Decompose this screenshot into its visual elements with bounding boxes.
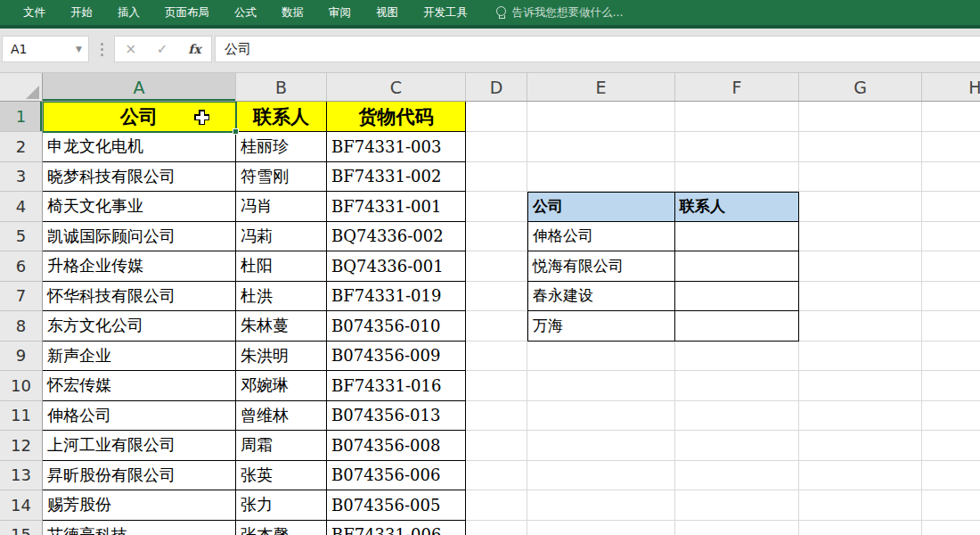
cell-B10[interactable]: 邓婉琳 xyxy=(236,371,327,401)
cell-C4[interactable]: BF74331-001 xyxy=(327,192,466,222)
cell-D6[interactable] xyxy=(466,251,527,282)
row-header-6[interactable]: 6 xyxy=(0,251,42,282)
ribbon-tab-file[interactable]: 文件 xyxy=(11,0,58,25)
row-header-3[interactable]: 3 xyxy=(0,162,42,193)
cell-H3[interactable] xyxy=(922,162,980,193)
cell-E13[interactable] xyxy=(527,461,675,491)
cell-G12[interactable] xyxy=(799,431,922,461)
ribbon-tab-4[interactable]: 公式 xyxy=(222,0,269,25)
cell-A15[interactable]: 艾德亮科技 xyxy=(43,521,236,535)
cell-H11[interactable] xyxy=(922,401,980,432)
row-header-12[interactable]: 12 xyxy=(0,431,42,461)
cell-E1[interactable] xyxy=(527,102,675,132)
cell-B7[interactable]: 杜洪 xyxy=(236,282,327,312)
col-header-H[interactable]: H xyxy=(922,73,980,101)
row-header-15[interactable]: 15 xyxy=(0,521,42,535)
cell-F7[interactable] xyxy=(675,282,799,312)
cell-D11[interactable] xyxy=(466,401,527,432)
cell-E8[interactable]: 万海 xyxy=(527,311,675,342)
cell-A4[interactable]: 椅天文化事业 xyxy=(43,192,236,222)
row-header-2[interactable]: 2 xyxy=(0,132,42,162)
cell-H15[interactable] xyxy=(922,521,980,535)
cell-B11[interactable]: 曾维林 xyxy=(236,401,327,432)
cell-C5[interactable]: BQ74336-002 xyxy=(327,222,466,252)
cell-E12[interactable] xyxy=(527,431,675,461)
cell-E6[interactable]: 悦海有限公司 xyxy=(527,251,675,282)
row-header-4[interactable]: 4 xyxy=(0,192,42,222)
cell-D15[interactable] xyxy=(466,521,527,535)
cell-C2[interactable]: BF74331-003 xyxy=(327,132,466,162)
cell-D3[interactable] xyxy=(466,162,527,193)
cell-A12[interactable]: 上河工业有限公司 xyxy=(43,431,236,461)
col-header-F[interactable]: F xyxy=(675,73,799,101)
cell-H13[interactable] xyxy=(922,461,980,491)
cell-E14[interactable] xyxy=(527,490,675,521)
cell-D14[interactable] xyxy=(466,490,527,521)
row-header-1[interactable]: 1 xyxy=(0,102,42,132)
cell-B6[interactable]: 杜阳 xyxy=(236,251,327,282)
cell-H6[interactable] xyxy=(922,251,980,282)
cell-G11[interactable] xyxy=(799,401,922,432)
cell-D7[interactable] xyxy=(466,282,527,312)
cell-G5[interactable] xyxy=(799,222,922,252)
cell-C3[interactable]: BF74331-002 xyxy=(327,162,466,193)
cell-H8[interactable] xyxy=(922,311,980,342)
cell-A10[interactable]: 怀宏传媒 xyxy=(43,371,236,401)
cell-A5[interactable]: 凯诚国际顾问公司 xyxy=(43,222,236,252)
cell-B8[interactable]: 朱林蔓 xyxy=(236,311,327,342)
ribbon-tab-6[interactable]: 审阅 xyxy=(316,0,363,25)
cell-G9[interactable] xyxy=(799,342,922,372)
cell-C7[interactable]: BF74331-019 xyxy=(327,282,466,312)
cell-G4[interactable] xyxy=(799,192,922,222)
cell-F3[interactable] xyxy=(675,162,799,193)
cell-B14[interactable]: 张力 xyxy=(236,490,327,521)
cell-B4[interactable]: 冯肖 xyxy=(236,192,327,222)
row-header-5[interactable]: 5 xyxy=(0,222,42,252)
cell-A3[interactable]: 晓梦科技有限公司 xyxy=(43,162,236,193)
cell-D10[interactable] xyxy=(466,371,527,401)
cell-H7[interactable] xyxy=(922,282,980,312)
cell-D8[interactable] xyxy=(466,311,527,342)
row-header-11[interactable]: 11 xyxy=(0,401,42,432)
cell-H14[interactable] xyxy=(922,490,980,521)
cell-F5[interactable] xyxy=(675,222,799,252)
cell-A13[interactable]: 昇昕股份有限公司 xyxy=(43,461,236,491)
main-table-header-B1[interactable]: 联系人 xyxy=(236,102,327,132)
cell-A8[interactable]: 东方文化公司 xyxy=(43,311,236,342)
cell-D1[interactable] xyxy=(466,102,527,132)
cell-F13[interactable] xyxy=(675,461,799,491)
cell-C10[interactable]: BF74331-016 xyxy=(327,371,466,401)
cell-A14[interactable]: 赐芳股份 xyxy=(43,490,236,521)
ribbon-tab-2[interactable]: 插入 xyxy=(105,0,152,25)
lookup-header-E4[interactable]: 公司 xyxy=(527,192,675,222)
main-table-header-C1[interactable]: 货物代码 xyxy=(327,102,466,132)
col-header-G[interactable]: G xyxy=(799,73,922,101)
cell-B12[interactable]: 周霜 xyxy=(236,431,327,461)
cell-E3[interactable] xyxy=(527,162,675,193)
col-header-D[interactable]: D xyxy=(466,73,527,101)
insert-function-icon[interactable]: fx xyxy=(188,42,200,56)
cell-H4[interactable] xyxy=(922,192,980,222)
cell-F1[interactable] xyxy=(675,102,799,132)
ribbon-tab-5[interactable]: 数据 xyxy=(269,0,316,25)
cell-A11[interactable]: 伸格公司 xyxy=(43,401,236,432)
ribbon-tab-3[interactable]: 页面布局 xyxy=(152,0,222,25)
name-box-dropdown-icon[interactable]: ▼ xyxy=(76,45,88,54)
enter-icon[interactable]: ✓ xyxy=(157,41,168,57)
cell-G10[interactable] xyxy=(799,371,922,401)
cell-G15[interactable] xyxy=(799,521,922,535)
cancel-icon[interactable]: × xyxy=(125,41,136,57)
cell-F14[interactable] xyxy=(675,490,799,521)
cell-C13[interactable]: B074356-006 xyxy=(327,461,466,491)
cell-H10[interactable] xyxy=(922,371,980,401)
cell-E9[interactable] xyxy=(527,342,675,372)
row-header-10[interactable]: 10 xyxy=(0,371,42,401)
cell-A9[interactable]: 新声企业 xyxy=(43,342,236,372)
cell-H9[interactable] xyxy=(922,342,980,372)
row-header-9[interactable]: 9 xyxy=(0,342,42,372)
cell-F11[interactable] xyxy=(675,401,799,432)
cell-H1[interactable] xyxy=(922,102,980,132)
cell-C15[interactable]: BF74331-006 xyxy=(327,521,466,535)
cell-D4[interactable] xyxy=(466,192,527,222)
cell-D9[interactable] xyxy=(466,342,527,372)
